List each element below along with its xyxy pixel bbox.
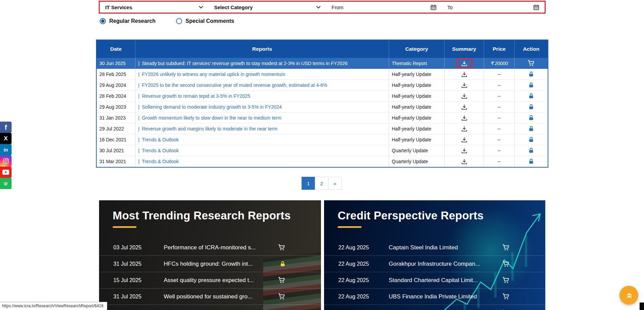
panel-list-item[interactable]: 22 Aug 2025Gorakhpur Infrastructure Comp… — [324, 256, 545, 272]
item-date: 22 Aug 2025 — [338, 261, 389, 267]
report-category: Half-yearly Update — [389, 123, 445, 134]
cart-icon[interactable] — [502, 277, 510, 283]
report-link[interactable]: Trends & Outlook — [142, 148, 179, 153]
credit-panel: Credit Perspective Reports 22 Aug 2025Ca… — [324, 200, 545, 310]
regular-research-option[interactable]: Regular Research — [100, 18, 156, 24]
spotify-icon — [2, 180, 9, 187]
x-icon: X — [4, 136, 7, 141]
title-underline — [113, 226, 136, 228]
report-link[interactable]: FY2026 unlikely to witness any material … — [142, 72, 285, 77]
report-link[interactable]: Revenue growth and margins likely to mod… — [142, 126, 277, 131]
item-title[interactable]: Asset quality pressure expected t... — [164, 277, 278, 284]
item-title[interactable]: Standard Chartered Capital Limit... — [389, 277, 502, 284]
panel-list-item[interactable]: 31 Jul 2025HFCs holding ground: Growth i… — [99, 256, 321, 272]
download-icon[interactable] — [461, 148, 467, 153]
download-icon[interactable] — [461, 104, 467, 110]
download-icon[interactable] — [461, 93, 467, 99]
action-cell — [515, 58, 548, 69]
download-icon[interactable] — [461, 82, 467, 88]
download-icon[interactable] — [461, 72, 467, 77]
report-link[interactable]: Growth momentum likely to slow down in t… — [142, 115, 281, 121]
panel-list-item[interactable]: 15 Jul 2025Asset quality pressure expect… — [99, 272, 321, 289]
lock-icon[interactable] — [529, 137, 534, 142]
summary-cell — [445, 112, 484, 123]
cart-icon[interactable] — [502, 261, 510, 267]
special-comments-option[interactable]: Special Comments — [176, 18, 234, 24]
download-icon[interactable] — [461, 159, 467, 164]
item-title[interactable]: UBS Finance India Private Limited — [389, 293, 502, 300]
panel-list-item[interactable]: 22 Aug 2025Captain Steel India Limited — [324, 239, 545, 256]
pagination-page-1[interactable]: 1 — [302, 177, 315, 190]
lock-icon[interactable] — [529, 104, 534, 110]
item-date: 22 Aug 2025 — [338, 294, 389, 300]
lock-icon[interactable] — [529, 158, 534, 164]
social-link-youtube[interactable] — [0, 167, 12, 178]
radio-selected-icon[interactable] — [100, 18, 106, 24]
action-cell — [515, 69, 548, 80]
item-title[interactable]: HFCs holding ground: Growth int... — [164, 261, 280, 267]
category-dropdown-value: Select Category — [214, 4, 253, 10]
report-date: 29 Jul 2022 — [97, 123, 135, 134]
social-link-spotify[interactable] — [0, 178, 12, 189]
download-icon[interactable] — [461, 126, 467, 131]
item-title[interactable]: Gorakhpur Infrastructure Compan... — [389, 261, 502, 267]
report-link[interactable]: Trends & Outlook — [142, 159, 179, 164]
social-link-facebook[interactable]: f — [0, 122, 12, 133]
pagination-page-2[interactable]: 2 — [315, 177, 328, 190]
download-icon[interactable] — [461, 137, 467, 142]
header-summary: Summary — [445, 40, 484, 58]
cart-icon[interactable] — [278, 244, 285, 251]
lock-icon[interactable] — [529, 82, 534, 88]
pipe-separator: | — [138, 72, 140, 77]
table-row: 16 Dec 2021|Trends & OutlookHalf-yearly … — [97, 134, 548, 145]
item-title[interactable]: Well positioned for sustained gro... — [164, 293, 278, 300]
report-link[interactable]: FY2025 to be the second consecutive year… — [142, 82, 327, 88]
chevron-down-icon — [199, 6, 203, 9]
cart-icon[interactable] — [278, 293, 285, 300]
panel-list-item[interactable]: 22 Aug 2025Standard Chartered Capital Li… — [324, 272, 545, 289]
panel-list-item[interactable]: 22 Aug 2025UBS Finance India Private Lim… — [324, 289, 545, 305]
report-category: Half-yearly Update — [389, 91, 445, 102]
item-title[interactable]: Performance of ICRA-monitored s... — [164, 244, 278, 251]
table-row: 28 Feb 2025|FY2026 unlikely to witness a… — [97, 69, 548, 80]
panel-list-item[interactable]: 03 Jul 2025Performance of ICRA-monitored… — [99, 239, 321, 256]
lock-icon[interactable] — [529, 115, 534, 121]
report-cell: |Trends & Outlook — [135, 134, 389, 145]
sector-dropdown[interactable]: IT Services — [100, 2, 209, 13]
item-title[interactable]: Captain Steel India Limited — [389, 244, 502, 251]
cart-icon[interactable] — [278, 277, 285, 283]
pagination-next[interactable]: » — [328, 177, 342, 190]
from-date-picker[interactable]: From — [326, 2, 442, 13]
report-link[interactable]: Steady but subdued: IT services’ revenue… — [142, 61, 348, 66]
report-link[interactable]: Revenue growth to remain tepid at 3-5% i… — [142, 93, 250, 99]
to-date-picker[interactable]: To — [442, 2, 545, 13]
panel-list-item[interactable]: 21 Aug 2025Kanan Devan Hills Plantations… — [324, 305, 545, 310]
social-link-x[interactable]: X — [0, 133, 12, 144]
action-cell — [515, 156, 548, 167]
panel-list-item[interactable]: 31 Jul 2025Well positioned for sustained… — [99, 289, 321, 305]
download-icon[interactable] — [456, 59, 472, 68]
cart-icon[interactable] — [502, 293, 510, 300]
cart-icon[interactable] — [502, 244, 510, 251]
item-date: 03 Jul 2025 — [113, 245, 164, 251]
report-link[interactable]: Softening demand to moderate industry gr… — [142, 104, 282, 110]
scroll-to-top-button[interactable]: » — [619, 286, 638, 305]
panel-list-item[interactable]: 30 May 2025Safeguard Duty and moderation… — [99, 305, 321, 310]
lock-icon[interactable] — [529, 126, 534, 131]
social-link-linkedin[interactable]: in — [0, 144, 12, 155]
social-link-instagram[interactable] — [0, 155, 12, 167]
radio-unselected-icon[interactable] — [176, 18, 182, 24]
lock-icon[interactable] — [529, 71, 534, 77]
pipe-separator: | — [138, 93, 140, 99]
download-icon[interactable] — [461, 115, 467, 121]
linkedin-icon: in — [4, 148, 8, 152]
report-link[interactable]: Trends & Outlook — [142, 137, 179, 142]
cart-icon[interactable] — [528, 60, 535, 66]
title-underline — [338, 226, 361, 228]
lock-icon[interactable] — [529, 148, 534, 153]
report-date: 31 Jan 2023 — [97, 112, 135, 123]
lock-icon[interactable] — [280, 261, 285, 267]
lock-icon[interactable] — [529, 93, 534, 99]
category-dropdown[interactable]: Select Category — [209, 2, 326, 13]
instagram-icon — [3, 158, 9, 164]
